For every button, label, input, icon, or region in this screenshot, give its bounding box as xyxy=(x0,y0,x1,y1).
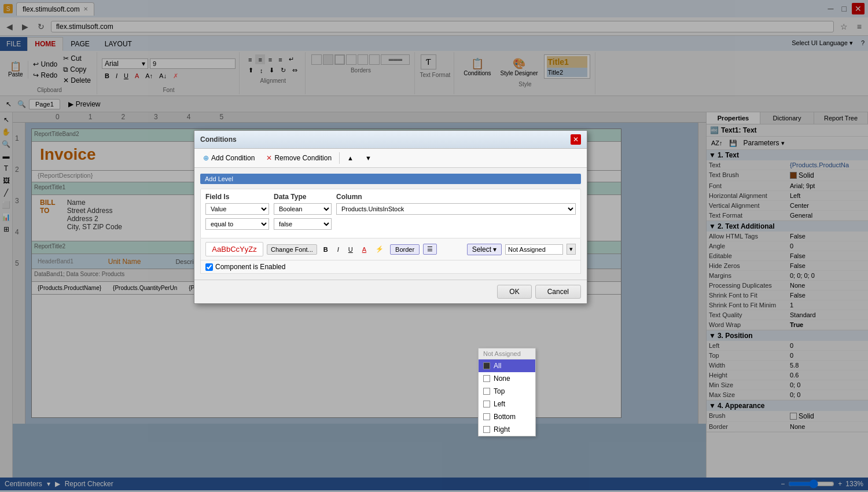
add-condition-icon: ⊕ xyxy=(203,154,209,162)
select-style-btn[interactable]: Select ▾ xyxy=(467,244,502,255)
dialog-body: Add Level Field Is Data Type Column Valu… xyxy=(194,168,587,280)
dialog-toolbar: ⊕ Add Condition ✕ Remove Condition ▲ ▼ xyxy=(194,149,587,168)
dialog-title-text: Conditions xyxy=(200,135,237,144)
ok-btn[interactable]: OK xyxy=(497,285,531,299)
format-row: AaBbCcYyZz Change Font... B I U A ⚡ Bord… xyxy=(200,238,581,260)
equal-to-select[interactable]: equal to not equal to greater than xyxy=(205,218,269,230)
condition-row: Field Is Data Type Column Value Field Bo… xyxy=(200,189,581,238)
border-dropdown-btn[interactable]: Border xyxy=(390,244,420,255)
change-font-btn[interactable]: Change Font... xyxy=(267,244,317,255)
add-level-bar: Add Level xyxy=(200,174,581,184)
dropdown-item-none[interactable]: None xyxy=(479,372,535,385)
add-condition-btn[interactable]: ⊕ Add Condition xyxy=(199,152,259,164)
cancel-btn[interactable]: Cancel xyxy=(535,285,581,299)
dialog-title-bar: Conditions ✕ xyxy=(194,131,587,149)
checkbox-right xyxy=(483,426,490,433)
format-color-btn[interactable]: A xyxy=(359,244,369,255)
dropdown-item-top[interactable]: Top xyxy=(479,385,535,398)
not-assigned-dropdown-btn[interactable]: ▾ xyxy=(567,244,576,255)
checkbox-all xyxy=(483,362,490,369)
checkbox-none xyxy=(483,375,490,382)
checkbox-left xyxy=(483,401,490,407)
format-extra-btn[interactable]: ⚡ xyxy=(373,244,387,255)
remove-condition-btn[interactable]: ✕ Remove Condition xyxy=(262,152,336,164)
list-icon-btn[interactable]: ☰ xyxy=(423,244,437,255)
dialog-close-btn[interactable]: ✕ xyxy=(571,134,581,145)
condition-selects: Value Field Boolean String Number Produc… xyxy=(205,203,576,215)
select-style-arrow: ▾ xyxy=(493,245,496,254)
move-down-btn[interactable]: ▼ xyxy=(361,153,376,163)
dropdown-item-right[interactable]: Right xyxy=(479,423,535,436)
column-select[interactable]: Products.UnitsInStock Products.ProductNa… xyxy=(336,203,576,215)
checkbox-bottom xyxy=(483,413,490,420)
condition-eq-row: equal to not equal to greater than false… xyxy=(205,218,576,230)
field-is-select[interactable]: Value Field xyxy=(205,203,269,215)
condition-headers: Field Is Data Type Column xyxy=(205,193,576,201)
dropdown-item-all[interactable]: All xyxy=(479,359,535,372)
component-enabled-row: Component is Enabled xyxy=(200,260,581,274)
component-enabled-checkbox[interactable] xyxy=(205,263,213,271)
toolbar-separator xyxy=(339,152,340,164)
move-up-btn[interactable]: ▲ xyxy=(343,153,358,163)
dropdown-header: Not Assigned xyxy=(479,348,535,359)
dropdown-item-bottom[interactable]: Bottom xyxy=(479,410,535,423)
format-underline-btn[interactable]: U xyxy=(345,244,356,255)
format-bold-btn[interactable]: B xyxy=(321,244,331,255)
dialog-footer: OK Cancel xyxy=(194,280,587,303)
not-assigned-input[interactable] xyxy=(505,244,563,255)
not-assigned-container xyxy=(505,244,563,255)
false-select[interactable]: false true xyxy=(274,218,332,230)
checkbox-top xyxy=(483,388,490,395)
conditions-dialog-overlay: Conditions ✕ ⊕ Add Condition ✕ Remove Co… xyxy=(0,0,868,492)
remove-condition-icon: ✕ xyxy=(266,154,272,162)
conditions-dialog: Conditions ✕ ⊕ Add Condition ✕ Remove Co… xyxy=(194,130,587,304)
border-dropdown-popup: Not Assigned All None Top Left Bottom xyxy=(478,348,536,436)
preview-box: AaBbCcYyZz xyxy=(205,242,263,256)
dropdown-item-left[interactable]: Left xyxy=(479,398,535,410)
format-italic-btn[interactable]: I xyxy=(334,244,342,255)
data-type-select[interactable]: Boolean String Number xyxy=(274,203,332,215)
